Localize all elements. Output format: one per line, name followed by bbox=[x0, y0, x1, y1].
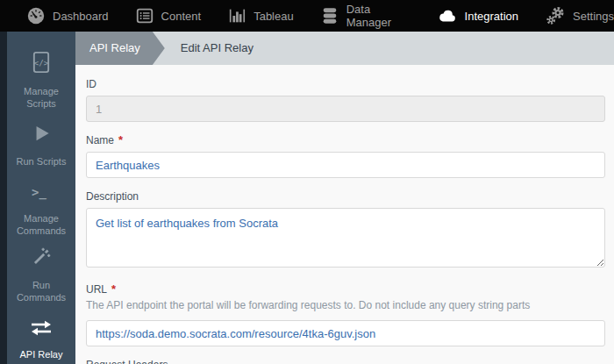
request-headers-field-group: Request Headers Headers that need to be … bbox=[86, 359, 605, 364]
sidebar: </> Manage Scripts Run Scripts >_ Manage… bbox=[0, 32, 75, 364]
sidebar-item-manage-commands[interactable]: >_ Manage Commands bbox=[7, 181, 75, 239]
nav-item-integration[interactable]: Integration bbox=[437, 5, 518, 26]
nav-item-tableau[interactable]: Tableau bbox=[227, 6, 294, 25]
url-label: URL bbox=[86, 283, 107, 296]
nav-item-data-manager[interactable]: Data Manager bbox=[320, 3, 411, 29]
id-label: ID bbox=[86, 78, 96, 90]
id-field-group: ID bbox=[86, 78, 605, 122]
request-headers-label: Request Headers bbox=[86, 359, 168, 364]
description-textarea[interactable]: Get list of earthquakes from Socrata bbox=[86, 208, 605, 268]
main-panel: API Relay Edit API Relay ID Name * Descr… bbox=[75, 32, 614, 364]
nav-label-settings: Settings bbox=[573, 10, 614, 23]
id-input bbox=[86, 96, 605, 122]
top-navigation: Dashboard Content Tableau bbox=[0, 0, 614, 32]
nav-label-dashboard: Dashboard bbox=[53, 10, 109, 23]
code-document-icon: </> bbox=[29, 50, 54, 78]
breadcrumb-current-page: Edit API Relay bbox=[181, 32, 253, 65]
sidebar-label: Run Scripts bbox=[15, 155, 68, 168]
nav-label-content: Content bbox=[161, 10, 202, 23]
gauge-icon bbox=[26, 6, 46, 25]
nav-item-dashboard[interactable]: Dashboard bbox=[26, 6, 109, 25]
edit-api-relay-form: ID Name * Description Get list of earthq… bbox=[75, 65, 614, 364]
description-field-group: Description Get list of earthquakes from… bbox=[86, 190, 605, 271]
name-field-group: Name * bbox=[86, 134, 605, 178]
nav-label-integration: Integration bbox=[465, 10, 518, 23]
description-label: Description bbox=[86, 190, 139, 203]
list-icon bbox=[135, 6, 154, 25]
sidebar-item-api-relay[interactable]: API Relay bbox=[7, 310, 75, 364]
sidebar-item-manage-scripts[interactable]: </> Manage Scripts bbox=[7, 51, 75, 109]
nav-item-settings[interactable]: Settings bbox=[545, 5, 614, 26]
nav-item-content[interactable]: Content bbox=[135, 6, 202, 25]
sidebar-label: Manage Commands bbox=[7, 212, 75, 238]
swap-arrows-icon bbox=[28, 318, 54, 341]
sidebar-item-run-commands[interactable]: Run Commands bbox=[7, 246, 75, 303]
magic-wand-icon bbox=[30, 246, 53, 272]
play-icon bbox=[30, 122, 53, 148]
terminal-icon: >_ bbox=[29, 182, 54, 205]
required-asterisk: * bbox=[111, 285, 116, 294]
sidebar-label: Run Commands bbox=[7, 279, 75, 304]
svg-text:</>: </> bbox=[34, 57, 49, 67]
breadcrumb: API Relay Edit API Relay bbox=[75, 32, 614, 65]
bar-chart-icon bbox=[227, 6, 246, 25]
required-asterisk: * bbox=[118, 136, 123, 145]
nav-label-data-manager: Data Manager bbox=[346, 3, 411, 29]
cloud-icon bbox=[437, 5, 458, 26]
url-input[interactable] bbox=[86, 320, 605, 346]
sidebar-label: API Relay bbox=[18, 348, 65, 360]
name-label: Name bbox=[86, 134, 114, 146]
url-help-text: The API endpoint the portal will be forw… bbox=[86, 299, 605, 311]
breadcrumb-tab-api-relay[interactable]: API Relay bbox=[75, 32, 165, 65]
gears-icon bbox=[545, 5, 566, 26]
database-icon bbox=[320, 6, 339, 25]
svg-text:>_: >_ bbox=[32, 185, 46, 200]
url-field-group: URL * The API endpoint the portal will b… bbox=[86, 283, 605, 346]
name-input[interactable] bbox=[86, 152, 605, 178]
nav-label-tableau: Tableau bbox=[253, 10, 294, 23]
sidebar-item-run-scripts[interactable]: Run Scripts bbox=[7, 116, 75, 174]
sidebar-label: Manage Scripts bbox=[7, 85, 75, 111]
